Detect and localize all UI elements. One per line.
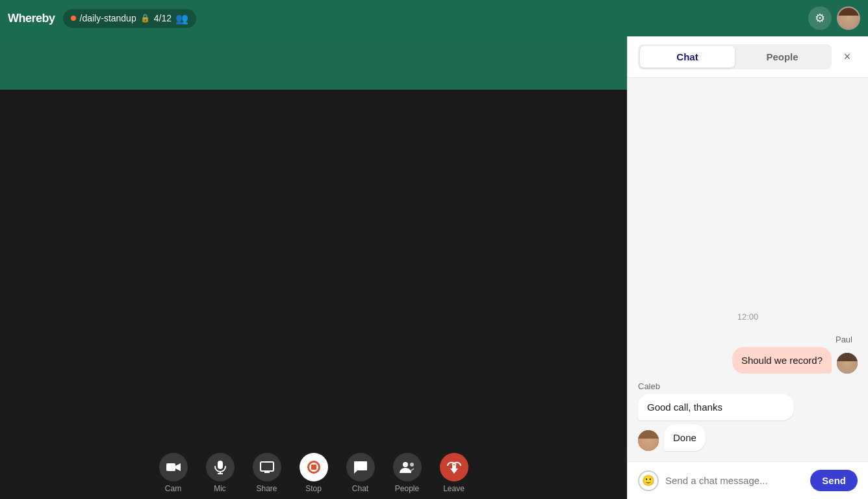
chat-header: Chat People × — [628, 36, 868, 78]
svg-rect-1 — [218, 461, 223, 469]
gear-icon: ⚙ — [815, 11, 825, 25]
chat-input-area: 🙂 Send — [628, 461, 868, 499]
cam-icon — [159, 453, 188, 481]
caleb-bubbles: Good call, thanks Done — [638, 394, 858, 451]
header: Whereby /daily-standup 🔒 4/12 👥 ⚙ — [0, 0, 868, 36]
lock-icon: 🔒 — [140, 14, 150, 23]
caleb-message-group: Caleb Good call, thanks Done — [638, 381, 858, 451]
avatar-caleb — [638, 430, 659, 451]
message-bubble-caleb-1: Good call, thanks — [638, 394, 794, 420]
people-icon — [393, 453, 422, 481]
chat-messages: 12:00 Paul Should we record? Caleb Good … — [628, 78, 868, 461]
message-bubble-caleb-2: Done — [664, 424, 706, 451]
smiley-icon: 🙂 — [642, 474, 655, 487]
room-name: /daily-standup — [80, 13, 136, 23]
main-content: Odin Caleb Ingrid — [0, 36, 868, 499]
close-panel-button[interactable]: × — [837, 47, 858, 68]
sender-name-caleb: Caleb — [638, 381, 858, 391]
room-info[interactable]: /daily-standup 🔒 4/12 👥 — [63, 9, 196, 28]
cam-label: Cam — [165, 484, 181, 493]
toolbar: Cam Mic — [0, 447, 627, 499]
mic-icon — [206, 453, 235, 481]
leave-label: Leave — [443, 484, 465, 493]
tab-chat[interactable]: Chat — [640, 46, 735, 68]
chat-label: Chat — [352, 484, 368, 493]
people-button[interactable]: People — [387, 449, 428, 497]
people-label: People — [395, 484, 419, 493]
people-icon: 👥 — [175, 12, 188, 25]
svg-rect-0 — [166, 463, 175, 471]
share-label: Share — [256, 484, 277, 493]
recording-dot — [71, 16, 76, 21]
svg-rect-4 — [261, 462, 274, 471]
chat-panel: Chat People × 12:00 Paul Should we recor… — [627, 36, 868, 499]
video-grid: Odin Caleb Ingrid — [0, 36, 627, 90]
message-row-paul: Paul Should we record? — [638, 335, 858, 374]
settings-button[interactable]: ⚙ — [808, 6, 832, 30]
tab-container: Chat People — [638, 44, 832, 70]
send-button[interactable]: Send — [810, 470, 858, 491]
stop-label: Stop — [305, 484, 322, 493]
share-icon — [253, 453, 281, 481]
video-area: Odin Caleb Ingrid — [0, 36, 627, 499]
stop-icon — [300, 453, 328, 481]
emoji-button[interactable]: 🙂 — [638, 470, 659, 491]
svg-point-7 — [403, 462, 408, 467]
time-divider: 12:00 — [638, 312, 858, 322]
svg-point-8 — [410, 463, 414, 467]
leave-icon — [440, 453, 468, 481]
participant-count: 4/12 — [154, 13, 172, 23]
tab-people[interactable]: People — [735, 46, 830, 68]
avatar-paul — [837, 353, 858, 374]
chat-button[interactable]: Chat — [340, 449, 381, 497]
sender-name-paul: Paul — [836, 335, 858, 344]
mic-button[interactable]: Mic — [199, 449, 241, 497]
share-button[interactable]: Share — [246, 449, 288, 497]
stop-button[interactable]: Stop — [293, 449, 335, 497]
header-actions: ⚙ — [808, 6, 860, 30]
leave-button[interactable]: Leave — [433, 449, 475, 497]
message-bubble-paul: Should we record? — [732, 347, 832, 374]
app-logo: Whereby — [8, 12, 55, 25]
mic-label: Mic — [214, 484, 226, 493]
avatar[interactable] — [837, 6, 860, 30]
chat-icon — [346, 453, 375, 481]
cam-button[interactable]: Cam — [153, 449, 194, 497]
chat-input[interactable] — [665, 475, 804, 486]
